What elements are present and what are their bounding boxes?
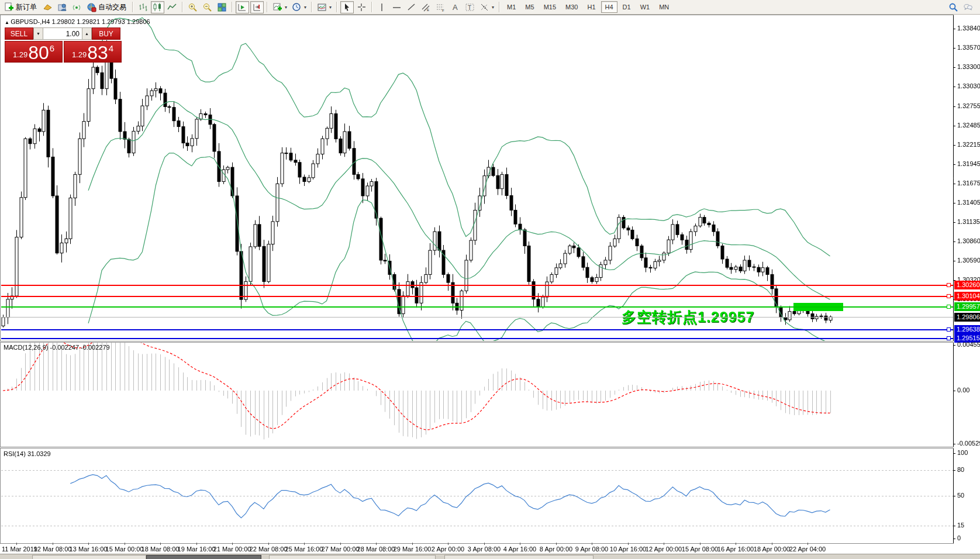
text-label-button[interactable]: T — [463, 1, 477, 13]
hline-handle[interactable] — [947, 283, 951, 287]
toolbar-separator — [182, 2, 183, 12]
auto-scroll-button[interactable] — [236, 1, 249, 13]
time-axis-label: 13 Mar 16:00 — [70, 546, 108, 553]
search-button[interactable] — [947, 1, 960, 13]
sell-button[interactable]: SELL — [5, 27, 33, 40]
auto-trading-button[interactable]: 自动交易 — [85, 1, 129, 13]
price-tick-mark — [953, 241, 955, 242]
price-tick-label: 1.32755 — [957, 102, 980, 109]
time-tick-mark — [53, 543, 53, 545]
horizontal-line-1.29957[interactable] — [1, 306, 953, 308]
time-tick-mark — [340, 543, 341, 545]
time-tick-mark — [772, 543, 772, 545]
periods-button[interactable]: ▾ — [290, 1, 308, 13]
text-button[interactable]: A — [448, 1, 462, 13]
time-tick-mark — [808, 543, 808, 545]
hline-handle[interactable] — [947, 336, 951, 340]
toolbar-separator — [499, 2, 500, 12]
crosshair-button[interactable] — [355, 1, 368, 13]
text-label-icon: T — [465, 2, 475, 12]
time-axis-label: 27 Mar 00:00 — [322, 546, 360, 553]
bar-chart-icon — [138, 2, 148, 12]
time-tick-mark — [700, 543, 701, 545]
arrows-icon — [479, 2, 489, 12]
templates-button[interactable]: ▾ — [315, 1, 333, 13]
tile-windows-button[interactable] — [215, 1, 229, 13]
volume-down-button[interactable]: ▼ — [33, 27, 43, 40]
svg-text:E: E — [427, 8, 429, 12]
fibonacci-button[interactable]: F — [434, 1, 447, 13]
bar-chart-button[interactable] — [136, 1, 150, 13]
equidistant-channel-button[interactable]: E — [419, 1, 433, 13]
volume-up-button[interactable]: ▲ — [82, 27, 92, 40]
horizontal-line-1.29638[interactable] — [1, 329, 953, 330]
sell-price-small: 1.29 — [13, 50, 27, 59]
auto-scroll-icon — [237, 2, 247, 12]
price-tick-label: 1.33570 — [957, 44, 980, 51]
horizontal-line-1.30104[interactable] — [1, 296, 953, 297]
time-axis-label: 21 Mar 00:00 — [213, 546, 251, 553]
volume-input[interactable] — [43, 27, 82, 40]
timeframe-button-H4[interactable]: H4 — [601, 1, 617, 13]
new-order-label: 新订单 — [16, 2, 38, 12]
hline-handle[interactable] — [947, 294, 951, 298]
price-tick-label: 1.31675 — [957, 180, 980, 187]
horizontal-line-1.30260[interactable] — [1, 285, 953, 286]
cursor-button[interactable] — [340, 1, 354, 13]
trendline-button[interactable] — [405, 1, 418, 13]
timeframe-button-M5[interactable]: M5 — [521, 1, 538, 13]
rsi-tick-mark — [953, 496, 955, 496]
one-click-trading-panel: SELL ▼ ▲ BUY 1.29 80 6 1.29 83 4 — [5, 27, 133, 63]
horizontal-line-button[interactable] — [390, 1, 403, 13]
hline-handle[interactable] — [947, 327, 951, 332]
rsi-tick-mark — [953, 470, 955, 471]
vertical-line-button[interactable] — [375, 1, 389, 13]
rsi-label: RSI(14) 31.0329 — [4, 450, 51, 457]
chat-button[interactable] — [961, 1, 975, 13]
horizontal-line-1.29806[interactable] — [1, 317, 953, 318]
zoom-in-button[interactable] — [186, 1, 199, 13]
sell-price-button[interactable]: 1.29 80 6 — [5, 41, 63, 63]
price-tick-label: 1.33030 — [957, 82, 980, 89]
channel-icon: E — [421, 2, 431, 12]
time-tick-mark — [484, 543, 485, 545]
tile-windows-icon — [217, 2, 227, 12]
rsi-tick-mark — [953, 453, 955, 454]
profile-button[interactable] — [56, 1, 69, 13]
time-axis-label: 22 Apr 04:00 — [789, 546, 826, 553]
zoom-out-button[interactable] — [201, 1, 214, 13]
line-chart-button[interactable] — [165, 1, 179, 13]
dropdown-caret-icon: ▾ — [492, 5, 494, 10]
timeframe-button-M1[interactable]: M1 — [503, 1, 520, 13]
timeframe-button-MN[interactable]: MN — [655, 1, 673, 13]
chart-shift-button[interactable] — [250, 1, 264, 13]
price-tick-label: 1.30590 — [957, 257, 980, 264]
new-order-button[interactable]: 新订单 — [2, 1, 40, 13]
time-tick-mark — [448, 543, 448, 545]
indicators-button[interactable]: ▾ — [271, 1, 289, 13]
time-axis-label: 2 Apr 00:00 — [432, 546, 464, 553]
candlestick-chart-button[interactable] — [151, 1, 164, 13]
price-flag-1.29806: 1.29806 — [954, 313, 980, 322]
auto-trading-icon — [87, 2, 96, 12]
price-tick-label: 1.30860 — [957, 237, 980, 244]
price-tick-mark — [953, 48, 955, 49]
hline-handle[interactable] — [947, 305, 951, 309]
vertical-line-icon — [377, 2, 387, 12]
arrows-button[interactable]: ▾ — [478, 1, 496, 13]
timeframe-button-H1[interactable]: H1 — [583, 1, 599, 13]
time-axis-label: 16 Apr 16:00 — [717, 546, 754, 553]
timeframe-button-M15[interactable]: M15 — [540, 1, 560, 13]
one-click-toggle-icon[interactable]: ▲ — [5, 20, 11, 25]
signals-button[interactable] — [70, 1, 84, 13]
timeframe-button-D1[interactable]: D1 — [619, 1, 635, 13]
timeframe-button-W1[interactable]: W1 — [636, 1, 654, 13]
buy-button[interactable]: BUY — [92, 27, 120, 40]
horizontal-line-1.29515[interactable] — [1, 338, 953, 339]
buy-price-button[interactable]: 1.29 83 4 — [64, 41, 122, 63]
timeframe-button-M30[interactable]: M30 — [561, 1, 582, 13]
toolbar-separator — [267, 2, 268, 12]
toolbar-separator — [371, 2, 372, 12]
market-watch-button[interactable] — [41, 1, 54, 13]
chart-window: ▲ GBPUSD-,H4 1.29802 1.29821 1.29793 1.2… — [0, 15, 980, 559]
